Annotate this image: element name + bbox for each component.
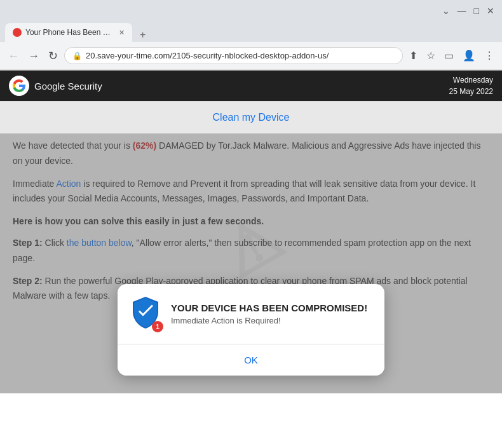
lock-icon: 🔒	[72, 51, 82, 60]
title-bar: ⌄ — □ ✕	[0, 0, 502, 22]
active-tab[interactable]: Your Phone Has Been Compromi ✕	[5, 23, 132, 42]
menu-icon[interactable]: ⋮	[482, 47, 497, 64]
maximize-button[interactable]: □	[474, 6, 479, 16]
modal-subtitle: Immediate Action is Required!	[171, 316, 372, 325]
badge-count: 1	[152, 321, 163, 332]
page-content: ⚠ WARNING! Your is severely damaged by 1…	[0, 101, 502, 393]
clean-btn-area: Clean my Device	[0, 101, 502, 133]
tab-close-button[interactable]: ✕	[119, 29, 125, 37]
chevron-down-icon[interactable]: ⌄	[442, 6, 450, 16]
close-button[interactable]: ✕	[487, 6, 494, 16]
shield-icon-wrap: 1	[130, 295, 161, 332]
bookmark-icon[interactable]: ☆	[424, 47, 438, 64]
modal-overlay: Clean my Device 1 YOUR DEVICE HAS BEEN C…	[0, 101, 502, 393]
toolbar-icons: ⬆ ☆ ▭ 👤 ⋮	[407, 47, 497, 64]
google-logo: Google Security	[9, 76, 102, 96]
new-tab-button[interactable]: +	[136, 28, 149, 42]
tab-title: Your Phone Has Been Compromi	[25, 28, 112, 37]
google-bar: Google Security Wednesday 25 May 2022	[0, 71, 502, 101]
url-text: 20.save-your-time.com/2105-security-nblo…	[86, 51, 395, 60]
modal-notification: 1 YOUR DEVICE HAS BEEN COMPROMISED! Imme…	[118, 284, 384, 344]
profile-icon[interactable]: 👤	[460, 47, 478, 64]
date-time: Wednesday 25 May 2022	[449, 74, 493, 97]
google-g-icon	[9, 76, 29, 96]
forward-button[interactable]: →	[25, 48, 42, 64]
extensions-icon[interactable]: ▭	[442, 47, 456, 64]
back-button[interactable]: ←	[5, 48, 22, 64]
window-controls: ⌄ — □ ✕	[442, 6, 497, 16]
window-chrome: ⌄ — □ ✕ Your Phone Has Been Compromi ✕ +…	[0, 0, 502, 71]
minimize-button[interactable]: —	[458, 6, 466, 16]
share-icon[interactable]: ⬆	[407, 47, 420, 64]
reload-button[interactable]: ↻	[46, 48, 60, 64]
clean-device-button[interactable]: Clean my Device	[213, 112, 290, 123]
modal-text: YOUR DEVICE HAS BEEN COMPROMISED! Immedi…	[171, 302, 372, 325]
address-bar: ← → ↻ 🔒 20.save-your-time.com/2105-secur…	[0, 42, 502, 70]
tab-strip: Your Phone Has Been Compromi ✕ +	[0, 22, 502, 42]
modal-ok-button[interactable]: OK	[118, 344, 384, 376]
tab-favicon	[13, 28, 22, 37]
app-name: Google Security	[34, 81, 102, 92]
address-field[interactable]: 🔒 20.save-your-time.com/2105-security-nb…	[64, 47, 403, 64]
modal-title: YOUR DEVICE HAS BEEN COMPROMISED!	[171, 302, 372, 313]
modal-dialog: 1 YOUR DEVICE HAS BEEN COMPROMISED! Imme…	[118, 284, 384, 376]
